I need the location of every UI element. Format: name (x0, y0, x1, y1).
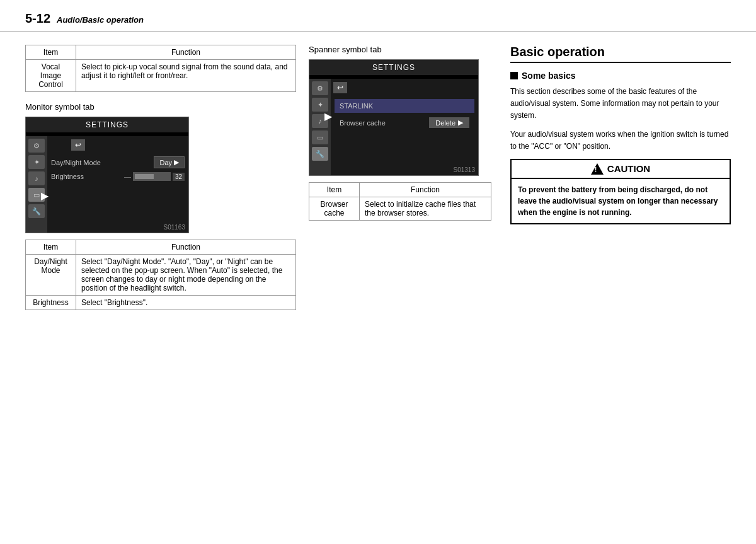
monitor-screen-code: S01163 (164, 224, 185, 231)
slider-bar (133, 172, 171, 181)
day-night-row: Day/Night Mode Day ▶ (51, 156, 185, 168)
table-row: Browser cache Select to initialize cache… (309, 197, 491, 221)
slider-value: 32 (173, 173, 185, 181)
spanner-sidebar-bt: ✦ (312, 98, 328, 112)
monitor-screen: SETTINGS ⚙ ✦ ♪ ▭ 🔧 ↩ Day/Night Mode Day (25, 117, 189, 233)
monitor-screen-title: SETTINGS (26, 117, 188, 132)
caution-body: To prevent the battery from being discha… (512, 179, 730, 223)
table-header-function: Function (76, 45, 296, 60)
sidebar-bt-icon: ✦ (28, 155, 45, 169)
spanner-arrow-indicator: ▶ (324, 110, 332, 122)
black-square-icon (510, 72, 518, 79)
caution-box: CAUTION To prevent the battery from bein… (510, 159, 731, 224)
vocal-image-table: Item Function Vocal Image Control Select… (25, 45, 296, 92)
table-cell-function: Select to pick-up vocal sound signal fro… (76, 60, 296, 92)
browser-cache-item: Browser cache (309, 197, 360, 221)
day-night-label: Day/Night Mode (51, 159, 101, 166)
spanner-screen-title: SETTINGS (309, 60, 478, 75)
browser-cache-row: Browser cache Delete ▶ (335, 114, 474, 131)
spanner-sidebar-monitor: ▭ (312, 130, 328, 144)
right-column: Basic operation Some basics This section… (504, 45, 731, 531)
caution-header: CAUTION (512, 160, 730, 179)
monitor-settings-table: Item Function Day/Night Mode Select "Day… (25, 240, 296, 310)
page-number: 5-12 (25, 11, 50, 26)
main-content: Item Function Vocal Image Control Select… (0, 32, 756, 544)
brightness-label: Brightness (51, 173, 84, 180)
starlink-row: STARLINK (335, 99, 474, 113)
sidebar-music-icon: ♪ (28, 171, 45, 185)
monitor-sidebar: ⚙ ✦ ♪ ▭ 🔧 (26, 136, 47, 233)
section-title: Basic operation (510, 45, 731, 63)
browser-cache-label: Browser cache (340, 119, 386, 127)
table-cell-item: Vocal Image Control (26, 60, 76, 92)
brightness-row: Brightness — 32 (51, 172, 185, 181)
brightness-slider[interactable]: — 32 (124, 172, 185, 181)
body-paragraph-1: This section describes some of the basic… (510, 86, 731, 122)
middle-column: Spanner symbol tab SETTINGS ⚙ ✦ ♪ ▭ 🔧 ▶ … (309, 45, 491, 531)
spanner-screen: SETTINGS ⚙ ✦ ♪ ▭ 🔧 ▶ ↩ STARLINK (309, 59, 479, 176)
sidebar-settings-icon: ⚙ (28, 139, 45, 153)
delete-button[interactable]: Delete ▶ (429, 117, 469, 128)
table-row: Brightness Select "Brightness". (26, 296, 296, 310)
starlink-label: STARLINK (340, 102, 373, 110)
page-title: Audio/Basic operation (57, 15, 144, 25)
spanner-sidebar-settings: ⚙ (312, 81, 328, 95)
caution-title: CAUTION (607, 163, 650, 174)
screen-back-button[interactable]: ↩ (71, 139, 85, 151)
table-header-function: Function (76, 240, 296, 255)
slider-fill (135, 174, 154, 179)
left-column: Item Function Vocal Image Control Select… (25, 45, 296, 531)
day-night-item: Day/Night Mode (26, 255, 76, 296)
caution-triangle-icon (591, 163, 604, 175)
browser-cache-function: Select to initialize cache files that th… (360, 197, 491, 221)
body-paragraph-2: Your audio/visual system works when the … (510, 129, 731, 153)
table-row: Vocal Image Control Select to pick-up vo… (26, 60, 296, 92)
browser-cache-table: Item Function Browser cache Select to in… (309, 182, 491, 221)
spanner-tab-label: Spanner symbol tab (309, 45, 491, 54)
spanner-screen-code: S01313 (454, 166, 475, 173)
arrow-indicator: ▶ (41, 190, 49, 202)
day-night-function: Select "Day/Night Mode". "Auto", "Day", … (76, 255, 296, 296)
sidebar-spanner-icon: 🔧 (28, 204, 45, 218)
subsection-title: Some basics (510, 71, 731, 81)
day-night-btn[interactable]: Day ▶ (154, 156, 185, 168)
spanner-sidebar-spanner: 🔧 (312, 147, 328, 161)
table-header-function: Function (360, 183, 491, 197)
brightness-item: Brightness (26, 296, 76, 310)
table-row: Day/Night Mode Select "Day/Night Mode". … (26, 255, 296, 296)
spanner-back-button[interactable]: ↩ (333, 82, 347, 93)
page-container: 5-12 Audio/Basic operation Item Function… (0, 0, 756, 544)
monitor-screen-content: ↩ Day/Night Mode Day ▶ Brightness (47, 136, 188, 233)
table-header-item: Item (309, 183, 360, 197)
table-header-item: Item (26, 240, 76, 255)
brightness-function: Select "Brightness". (76, 296, 296, 310)
page-header: 5-12 Audio/Basic operation (0, 0, 756, 32)
table-header-item: Item (26, 45, 76, 60)
monitor-tab-label: Monitor symbol tab (25, 102, 296, 112)
